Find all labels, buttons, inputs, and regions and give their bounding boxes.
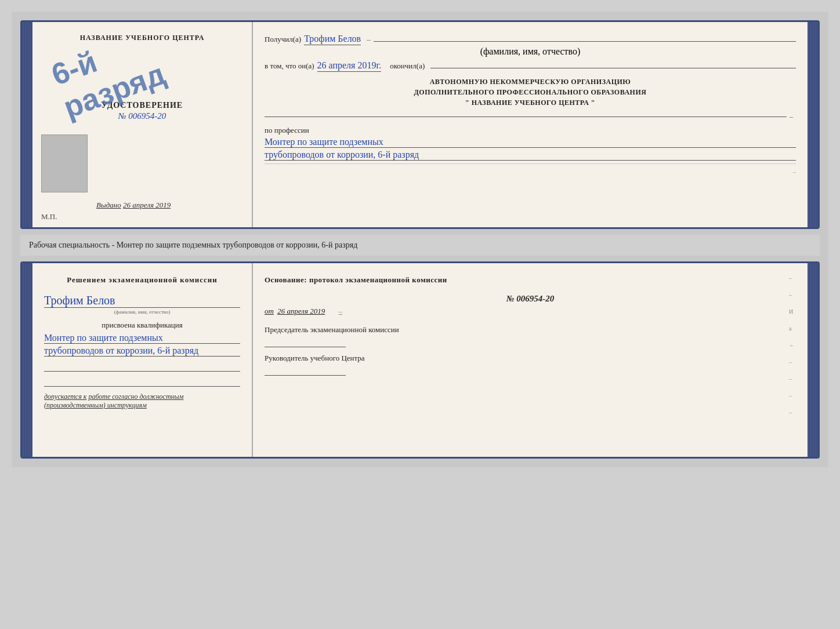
- received-row: Получил(а) Трофим Белов –: [265, 34, 796, 45]
- director-sig-line: [265, 365, 346, 376]
- side-ticks: – – И а ← – – – –: [789, 275, 795, 416]
- right-page-top: Получил(а) Трофим Белов – (фамилия, имя,…: [253, 22, 808, 227]
- tick-9: –: [789, 409, 795, 416]
- doc-spine-bottom-left: [22, 263, 32, 457]
- protocol-date: от 26 апреля 2019 –: [265, 307, 796, 316]
- tick-2: –: [789, 292, 795, 298]
- page-wrapper: НАЗВАНИЕ УЧЕБНОГО ЦЕНТРА 6-йразряд УДОСТ…: [12, 12, 828, 467]
- assigned-label: присвоена квалификация: [44, 321, 240, 330]
- date-prefix: от: [265, 307, 274, 315]
- allowed-label: допускается к работе согласно должностны…: [44, 392, 240, 410]
- profession-label: по профессии: [265, 126, 796, 135]
- received-label: Получил(а): [265, 35, 301, 44]
- issued-date: 26 апреля 2019: [123, 201, 171, 209]
- qualification-line1: Монтер по защите подземных: [44, 333, 240, 344]
- basis-title: Основание: протокол экзаменационной коми…: [265, 275, 796, 285]
- tick-4: а: [789, 325, 795, 332]
- confirm-label: в том, что он(а): [265, 61, 314, 71]
- tick-8: –: [789, 392, 795, 399]
- issued-label: Выдано: [96, 201, 121, 209]
- cert-number-value: 006954-20: [128, 111, 166, 121]
- org-name: " НАЗВАНИЕ УЧЕБНОГО ЦЕНТРА ": [265, 97, 796, 108]
- mp-label: М.П.: [41, 212, 57, 221]
- profession-line2: трубопроводов от коррозии, 6-й разряд: [265, 150, 796, 161]
- chairman-label: Председатель экзаменационной комиссии: [265, 325, 796, 335]
- name-hint-top: (фамилия, имя, отчество): [480, 46, 581, 56]
- doc-spine-bottom-right: [808, 263, 818, 457]
- tick-6: –: [789, 359, 795, 365]
- org-text: АВТОНОМНУЮ НЕКОММЕРЧЕСКУЮ ОРГАНИЗАЦИЮ ДО…: [265, 77, 796, 108]
- protocol-number: № 006954-20: [265, 294, 796, 304]
- bottom-name-hint: (фамилия, имя, отчество): [44, 309, 240, 315]
- tick-3: И: [789, 308, 795, 315]
- completed-label: окончил(а): [390, 61, 425, 71]
- bottom-document: Решением экзаменационной комиссии Трофим…: [20, 261, 820, 459]
- top-document: НАЗВАНИЕ УЧЕБНОГО ЦЕНТРА 6-йразряд УДОСТ…: [20, 20, 820, 229]
- bottom-left-title: Решением экзаменационной комиссии: [44, 275, 240, 285]
- org-line1: АВТОНОМНУЮ НЕКОММЕРЧЕСКУЮ ОРГАНИЗАЦИЮ: [265, 77, 796, 87]
- doc-spine-right-top: [808, 22, 818, 227]
- middle-text: Рабочая специальность - Монтер по защите…: [20, 235, 820, 256]
- protocol-date-value: 26 апреля 2019: [277, 307, 325, 315]
- person-name-top: Трофим Белов: [304, 34, 361, 45]
- org-line2: ДОПОЛНИТЕЛЬНОГО ПРОФЕССИОНАЛЬНОГО ОБРАЗО…: [265, 87, 796, 97]
- issued-line: Выдано 26 апреля 2019: [96, 201, 171, 210]
- photo-placeholder: [41, 134, 88, 192]
- cert-number-prefix: №: [118, 111, 126, 121]
- tick-5: ←: [789, 342, 795, 348]
- middle-text-content: Рабочая специальность - Монтер по защите…: [29, 241, 357, 249]
- sig-line-1: [44, 361, 240, 372]
- confirm-date: 26 апреля 2019г.: [317, 60, 382, 72]
- bottom-left-page: Решением экзаменационной комиссии Трофим…: [32, 263, 253, 457]
- profession-line1: Монтер по защите подземных: [265, 137, 796, 148]
- confirm-row: в том, что он(а) 26 апреля 2019г. окончи…: [265, 60, 796, 72]
- chairman-sig-line: [265, 337, 346, 347]
- sig-line-2: [44, 376, 240, 387]
- left-page-top: НАЗВАНИЕ УЧЕБНОГО ЦЕНТРА 6-йразряд УДОСТ…: [32, 22, 253, 227]
- tick-7: –: [789, 376, 795, 382]
- director-label: Руководитель учебного Центра: [265, 353, 796, 363]
- right-tick-1: –: [793, 169, 796, 175]
- qualification-line2: трубопроводов от коррозии, 6-й разряд: [44, 346, 240, 357]
- allowed-prefix: допускается к: [44, 392, 86, 401]
- tick-1: –: [789, 275, 795, 281]
- dash-right-1: –: [339, 307, 343, 315]
- bottom-right-page: Основание: протокол экзаменационной коми…: [253, 263, 808, 457]
- bottom-person-name: Трофим Белов: [44, 294, 240, 308]
- doc-spine-left: [22, 22, 32, 227]
